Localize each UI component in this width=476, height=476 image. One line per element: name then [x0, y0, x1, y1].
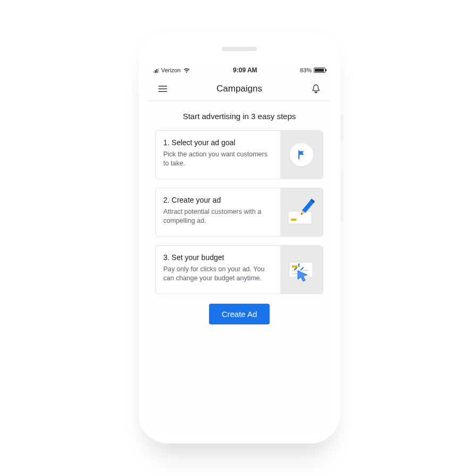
- status-left: Verizon: [153, 67, 190, 73]
- svg-rect-0: [288, 211, 312, 224]
- svg-rect-1: [291, 219, 296, 221]
- step-card-text: 2. Create your ad Attract potential cust…: [156, 188, 280, 236]
- step-card-art: [280, 246, 323, 294]
- step-title: 2. Create your ad: [163, 196, 273, 204]
- bell-icon: [311, 83, 321, 94]
- status-right: 83%: [300, 67, 325, 73]
- step-title: 3. Set your budget: [163, 253, 273, 262]
- content-heading: Start advertising in 3 easy steps: [155, 112, 323, 121]
- notifications-button[interactable]: [308, 81, 323, 96]
- step-desc: Pick the action you want customers to ta…: [163, 150, 273, 168]
- step-card-1[interactable]: 1. Select your ad goal Pick the action y…: [155, 130, 323, 179]
- step-desc: Pay only for clicks on your ad. You can …: [163, 265, 273, 283]
- step-card-art: [280, 131, 323, 179]
- phone-frame: Verizon 9:09 AM 83% Campaigns: [138, 31, 340, 444]
- cursor-card-icon: [285, 255, 318, 285]
- battery-icon: [314, 68, 325, 73]
- step-card-art: [280, 188, 323, 236]
- content-area: Start advertising in 3 easy steps 1. Sel…: [148, 101, 331, 431]
- step-card-text: 3. Set your budget Pay only for clicks o…: [156, 246, 280, 294]
- status-bar: Verizon 9:09 AM 83%: [148, 64, 331, 77]
- menu-button[interactable]: [155, 81, 170, 96]
- phone-screen: Verizon 9:09 AM 83% Campaigns: [148, 64, 331, 431]
- step-card-3[interactable]: 3. Set your budget Pay only for clicks o…: [155, 245, 323, 294]
- phone-side-button-lower: [340, 173, 344, 221]
- page-title: Campaigns: [216, 83, 262, 94]
- step-title: 1. Select your ad goal: [163, 138, 273, 147]
- create-ad-button[interactable]: Create Ad: [209, 304, 270, 324]
- wifi-icon: [183, 67, 190, 73]
- step-card-2[interactable]: 2. Create your ad Attract potential cust…: [155, 188, 323, 237]
- status-time: 9:09 AM: [233, 66, 257, 74]
- signal-icon: [153, 68, 159, 73]
- phone-side-button-upper: [340, 115, 344, 139]
- carrier-label: Verizon: [161, 67, 181, 73]
- flag-icon: [290, 143, 313, 166]
- app-header: Campaigns: [148, 77, 331, 101]
- step-card-text: 1. Select your ad goal Pick the action y…: [156, 131, 280, 179]
- pencil-card-icon: [285, 197, 318, 227]
- hamburger-icon: [157, 83, 168, 94]
- step-desc: Attract potential customers with a compe…: [163, 207, 273, 226]
- phone-speaker: [222, 47, 257, 51]
- battery-percent: 83%: [300, 67, 312, 73]
